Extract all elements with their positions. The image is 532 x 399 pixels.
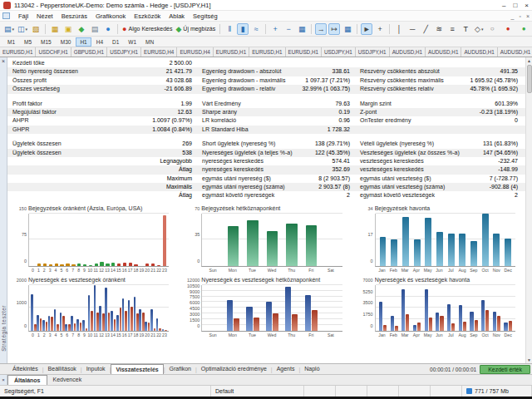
tester-tab-visszatesztelés[interactable]: Visszatesztelés: [111, 364, 163, 374]
alerts-icon[interactable]: ●: [502, 23, 514, 35]
x-tick-label: 19: [139, 267, 145, 273]
toolbox-tab-általános[interactable]: Általános: [7, 375, 47, 385]
stat-value: 32.99% (1 063.75): [300, 85, 355, 93]
chart-tab[interactable]: EURUSD,H1: [214, 47, 249, 57]
maximize-button[interactable]: □: [513, 1, 517, 10]
search-icon[interactable]: ○: [486, 23, 498, 35]
stats-row: Megújulási faktor12.63Sharpe arány0.19Z-…: [7, 108, 525, 116]
templates-icon[interactable]: ▧: [30, 23, 42, 35]
toolbox-tab-kedvencek[interactable]: Kedvencek: [47, 375, 88, 385]
trendline-icon[interactable]: ╱: [420, 23, 431, 35]
panel-close-icon[interactable]: ×: [2, 58, 5, 65]
zoom-in-icon[interactable]: +: [269, 23, 281, 35]
chart-tab[interactable]: USDCHF,H1: [36, 47, 71, 57]
mdi-minimize-button[interactable]: _: [511, 13, 515, 19]
stat-label: Nettó nyereség összesen: [7, 67, 129, 76]
tester-tab-áttekintés[interactable]: Áttekintés: [8, 364, 42, 374]
algo-trading-icon[interactable]: ●Algo Kereskedés: [121, 23, 173, 35]
candlestick-icon[interactable]: ▮: [237, 23, 249, 35]
chart-tab[interactable]: AUDUSD,H1: [498, 47, 532, 57]
navigator-icon[interactable]: ◆: [76, 23, 87, 35]
stat-value: Legnagyobb: [129, 157, 197, 165]
menu-item-fájl[interactable]: Fájl: [14, 12, 32, 20]
text-icon[interactable]: T: [460, 23, 471, 35]
scroll-up-icon[interactable]: ▲: [527, 57, 531, 64]
market-watch-icon[interactable]: ▦: [49, 23, 61, 35]
timeframe-m1[interactable]: M1: [3, 37, 19, 47]
menu-item-nézet[interactable]: Nézet: [32, 12, 57, 20]
new-chart-icon[interactable]: ▤▾: [3, 23, 15, 35]
chart-tab[interactable]: EURUSD,H1: [0, 47, 36, 57]
timeframe-m15[interactable]: M15: [37, 37, 56, 47]
toolbox-icon[interactable]: ▤: [89, 23, 101, 35]
levels-icon[interactable]: ≡: [446, 23, 458, 35]
menu-item-segítség[interactable]: Segítség: [189, 12, 222, 20]
report-scrollbar[interactable]: ▲ ▼: [525, 57, 532, 363]
chart-tab[interactable]: EURUSD,H1: [286, 47, 322, 57]
start-button[interactable]: Kezdeti érték: [480, 365, 530, 374]
timeframe-m30[interactable]: M30: [57, 37, 76, 47]
minimize-button[interactable]: –: [502, 1, 505, 10]
scrollbar-thumb[interactable]: [527, 65, 532, 93]
vertical-line-icon[interactable]: │: [393, 23, 405, 35]
bar: [37, 264, 41, 266]
bar-chart-icon[interactable]: ‖: [224, 23, 235, 35]
stat-value: 147 (54.65%): [466, 149, 523, 157]
cursor-icon[interactable]: ►: [361, 23, 372, 35]
bar: [95, 264, 98, 266]
chart-tab[interactable]: EURUSD,H4: [141, 47, 177, 57]
menu-item-eszközök[interactable]: Eszközök: [130, 12, 165, 20]
crosshair-icon[interactable]: +: [374, 23, 386, 35]
chart-shift-icon[interactable]: ↦: [328, 23, 340, 35]
stats-row: Maximálisegymás utáni nyereség (száma)2 …: [7, 183, 525, 191]
line-chart-icon[interactable]: ≈: [250, 23, 262, 35]
shapes-icon[interactable]: ◇▾: [473, 23, 485, 35]
zoom-out-icon[interactable]: −: [283, 23, 294, 35]
close-button[interactable]: ×: [525, 1, 529, 10]
chart-tab[interactable]: EURUSD,H4: [177, 47, 213, 57]
chart-tab[interactable]: GBPUSD,H1: [71, 47, 107, 57]
timeframe-mn[interactable]: MN: [141, 37, 158, 47]
chart-tab[interactable]: USDJPY,H1: [107, 47, 141, 57]
tester-tab-optimalizáció-eredménye[interactable]: Optimalizáció eredménye: [197, 364, 271, 374]
chart-tab[interactable]: AUDUSD,H1: [426, 47, 461, 57]
x-tick-label: 2: [42, 267, 47, 273]
timeframe-w1[interactable]: W1: [124, 37, 140, 47]
fibonacci-icon[interactable]: ≋: [433, 23, 445, 35]
toolbox-close-icon[interactable]: ×: [0, 375, 7, 385]
horizontal-line-icon[interactable]: ─: [406, 23, 418, 35]
timeframe-d1[interactable]: D1: [108, 37, 123, 47]
new-order-icon[interactable]: ◆Új megbízás: [175, 23, 216, 35]
timeframe-h4[interactable]: H4: [92, 37, 107, 47]
tester-tab-inputok[interactable]: Inputok: [82, 364, 110, 374]
chart-tab[interactable]: USDJPY,H1: [356, 47, 390, 57]
loss-bar: [254, 318, 259, 331]
mdi-restore-button[interactable]: ▫: [519, 13, 520, 19]
scroll-down-icon[interactable]: ▼: [527, 357, 531, 363]
history-icon[interactable]: ●: [102, 23, 114, 35]
menu-item-ablak[interactable]: Ablak: [165, 12, 189, 20]
chart-tab[interactable]: EURUSD,H1: [249, 47, 285, 57]
timeframe-h1[interactable]: H1: [76, 37, 91, 47]
mdi-close-button[interactable]: ×: [526, 13, 530, 19]
y-tick-label: 3500: [362, 300, 372, 305]
chart-tab[interactable]: AUDUSD,H1: [390, 47, 426, 57]
timeframe-m5[interactable]: M5: [20, 37, 36, 47]
menu-item-grafikonok[interactable]: Grafikonok: [91, 12, 130, 20]
tester-tab-agents[interactable]: Agents: [273, 364, 299, 374]
menu-item-beszúrás[interactable]: Beszúrás: [57, 12, 91, 20]
chart-tab[interactable]: USDJPY,H1: [322, 47, 356, 57]
autoscroll-icon[interactable]: →: [315, 23, 327, 35]
tester-tab-beállítások[interactable]: Beállítások: [44, 364, 81, 374]
indicators-icon[interactable]: ▦: [342, 23, 353, 35]
tile-windows-icon[interactable]: ▦: [296, 23, 308, 35]
profit-bar: [150, 309, 153, 331]
data-window-icon[interactable]: ▣: [62, 23, 74, 35]
status-profile[interactable]: Default: [211, 386, 304, 397]
tester-tab-napló[interactable]: Napló: [300, 364, 323, 374]
profiles-icon[interactable]: ◫▾: [17, 23, 28, 35]
profit-bar: [37, 315, 39, 331]
chart-tab[interactable]: AUDUSD,H1: [461, 47, 497, 57]
community-icon[interactable]: ●: [518, 23, 530, 35]
tester-tab-grafikon[interactable]: Grafikon: [165, 364, 195, 374]
